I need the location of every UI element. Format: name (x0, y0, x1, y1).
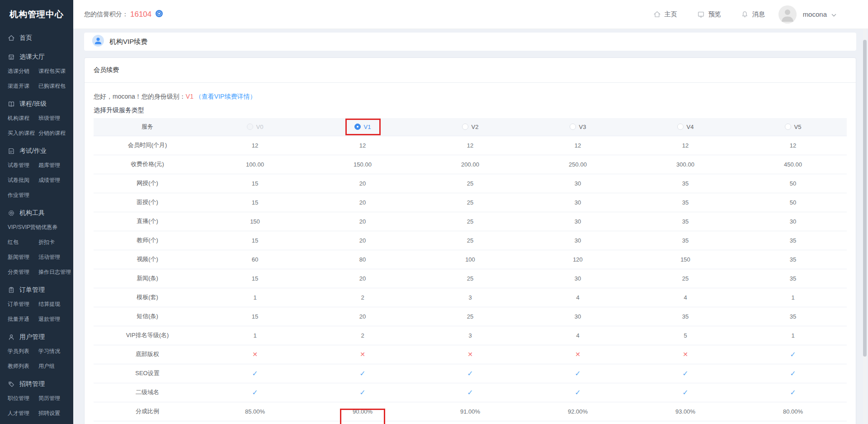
sidebar-item[interactable]: 结算提现 (38, 300, 73, 308)
sidebar-item[interactable]: 试卷管理 (8, 162, 36, 169)
sidebar-item[interactable]: 渠道开课 (8, 82, 36, 90)
sidebar-head-4[interactable]: 机构工具 (8, 209, 73, 218)
cell-value: 25 (416, 269, 524, 288)
table-row: 面授(个)152025303550 (94, 193, 847, 212)
sidebar-head-7[interactable]: 招聘管理 (8, 380, 73, 389)
sidebar-item[interactable]: 班级管理 (38, 114, 73, 122)
cell-value: 25 (416, 231, 524, 250)
cross-icon: ✕ (416, 345, 524, 364)
sidebar-item[interactable]: 学员列表 (8, 348, 36, 355)
scrollbar-thumb[interactable] (863, 40, 867, 357)
plan-radio-V5[interactable] (785, 124, 791, 130)
tag-icon (8, 381, 15, 388)
cell-value: 120 (524, 250, 632, 269)
table-row: 模板(套)123441 (94, 288, 847, 307)
avatar[interactable] (778, 5, 797, 24)
sidebar-section: 招聘管理职位管理简历管理人才管理招聘设置 (8, 380, 73, 417)
cell-value: 50 (739, 193, 847, 212)
cell-value: 35 (739, 231, 847, 250)
plan-radio-V0[interactable] (247, 124, 253, 130)
plan-radio-V4[interactable] (677, 124, 684, 130)
row-label: 网授(个) (94, 174, 201, 193)
sidebar-item[interactable]: 红包 (8, 238, 36, 246)
sidebar-item[interactable]: 学习情况 (38, 348, 73, 355)
sidebar-item[interactable]: 作业管理 (8, 191, 36, 199)
cell-value: 30 (524, 269, 632, 288)
check-icon: ✓ (309, 383, 416, 402)
plan-radio-V2[interactable] (462, 124, 468, 130)
cell-value: 30 (524, 231, 632, 250)
cell-value: 150.00 (309, 155, 416, 174)
cell-value: 5 (632, 326, 739, 345)
cell-value: 50 (739, 174, 847, 193)
sidebar-head-3[interactable]: 考试/作业 (8, 147, 73, 156)
credit-label: 您的信誉积分： (84, 10, 128, 19)
sidebar-item[interactable]: 教师列表 (8, 362, 36, 370)
col-header-V3: V3 (524, 118, 632, 136)
sidebar-item[interactable]: 选课分销 (8, 67, 36, 75)
cell-value: 35 (739, 307, 847, 326)
sidebar-item[interactable]: 批量开通 (8, 315, 36, 323)
clipboard-icon (8, 286, 15, 294)
sidebar-item[interactable]: 简历管理 (38, 395, 73, 402)
top-nav-消息[interactable]: 消息 (741, 10, 765, 19)
row-label: 会员时间(个月) (94, 136, 201, 155)
sidebar-item[interactable]: 分类管理 (8, 268, 36, 276)
main-content: 机构VIP续费 会员续费 您好，mocona！您的身份级别：V1 （查看VIP续… (73, 29, 868, 424)
sidebar-item[interactable]: 分销的课程 (38, 129, 73, 137)
cell-value: 200.00 (416, 155, 524, 174)
cell-value: 2 (309, 326, 416, 345)
vertical-scrollbar[interactable] (863, 29, 867, 424)
sidebar-item[interactable]: 试卷批阅 (8, 176, 36, 184)
sidebar-head-1[interactable]: 选课大厅 (8, 52, 73, 62)
cell-value: 300.00 (632, 155, 739, 174)
user-menu[interactable]: mocona (778, 5, 836, 24)
sidebar-item[interactable]: 招聘设置 (38, 410, 73, 417)
sidebar-item[interactable]: 操作日志管理 (38, 268, 73, 276)
sidebar-item[interactable]: 已购课程包 (38, 82, 73, 90)
cell-value: 20 (309, 307, 416, 326)
cell-value: 25 (632, 269, 739, 288)
cell-value: 25 (416, 193, 524, 212)
sidebar-item[interactable]: VIP/SVIP营销优惠券 (8, 224, 73, 231)
sidebar-item[interactable]: 退款管理 (38, 315, 73, 323)
row-label: SEO设置 (94, 364, 201, 383)
cross-icon: ✕ (309, 345, 416, 364)
cross-icon: ✕ (201, 345, 309, 364)
row-label: VIP排名等级(名) (94, 326, 201, 345)
sidebar-item[interactable]: 订单管理 (8, 300, 36, 308)
sidebar-head-2[interactable]: 课程/班级 (8, 100, 73, 109)
sidebar-item[interactable]: 人才管理 (8, 410, 36, 417)
cell-value: 91.00% (416, 402, 524, 421)
cell-value: 85.00% (201, 402, 309, 421)
exam-icon (8, 148, 15, 155)
sidebar-item[interactable]: 成绩管理 (38, 176, 73, 184)
topbar-right: 主页预览消息 mocona (633, 5, 836, 24)
sidebar-items: 学员列表学习情况教师列表用户组 (8, 348, 73, 370)
table-row: 会员时间(个月)121212121212 (94, 136, 847, 155)
sidebar-item[interactable]: 新闻管理 (8, 253, 36, 261)
sidebar-item[interactable]: 买入的课程 (8, 129, 36, 137)
sidebar-head-6[interactable]: 用户管理 (8, 333, 73, 342)
sidebar-item[interactable]: 用户组 (38, 362, 73, 370)
sidebar-item[interactable]: 题库管理 (38, 162, 73, 169)
cell-value: 35 (632, 174, 739, 193)
top-nav-预览[interactable]: 预览 (697, 10, 721, 19)
table-row: 新闻(条)152025302535 (94, 269, 847, 288)
top-nav-主页[interactable]: 主页 (653, 10, 677, 19)
plan-radio-V3[interactable] (570, 124, 576, 130)
sidebar-item[interactable]: 课程包买课 (38, 67, 73, 75)
vip-detail-link[interactable]: （查看VIP续费详情） (195, 93, 256, 100)
sidebar-head-5[interactable]: 订单管理 (8, 286, 73, 295)
plan-radio-V1[interactable] (354, 124, 361, 130)
sidebar-item[interactable]: 活动管理 (38, 253, 73, 261)
sidebar-item[interactable]: 折扣卡 (38, 238, 73, 246)
top-nav-label: 主页 (665, 10, 677, 19)
sidebar-item[interactable]: 职位管理 (8, 395, 36, 402)
check-icon: ✓ (201, 383, 309, 402)
sidebar-head-0[interactable]: 首页 (8, 33, 73, 43)
cell-value: 12 (416, 136, 524, 155)
sidebar-item[interactable]: 机构课程 (8, 114, 36, 122)
sidebar-section: 课程/班级机构课程班级管理买入的课程分销的课程 (8, 100, 73, 137)
sidebar-items: 职位管理简历管理人才管理招聘设置 (8, 395, 73, 417)
